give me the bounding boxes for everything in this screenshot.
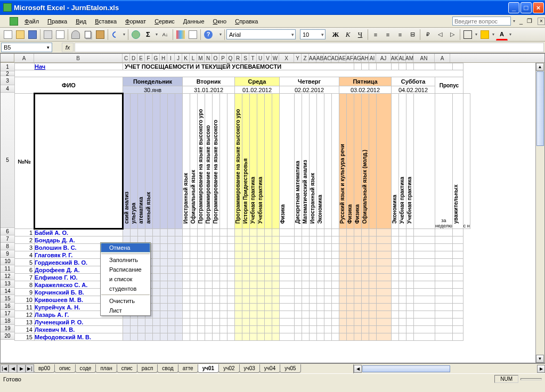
sheet-tab-уч01[interactable]: уч01 bbox=[198, 364, 219, 373]
col-header-T[interactable]: T bbox=[249, 54, 257, 62]
col-header-D[interactable]: D bbox=[130, 54, 137, 62]
sheet-tab-атте[interactable]: атте bbox=[178, 364, 198, 373]
row-header-11[interactable]: 11 bbox=[1, 265, 14, 273]
row-header-15[interactable]: 15 bbox=[1, 295, 14, 303]
sheet-tab-план[interactable]: план bbox=[95, 364, 117, 373]
undo-button[interactable] bbox=[110, 29, 121, 40]
col-header-AJ[interactable]: AJ bbox=[376, 54, 391, 62]
col-header-AA[interactable]: AA bbox=[309, 54, 316, 62]
cells-area[interactable]: НачУЧЕТ ПОСЕЩАЕМОСТИ И ТЕКУЩЕЙ УСПЕВАЕМО… bbox=[14, 63, 470, 341]
col-header-S[interactable]: S bbox=[242, 54, 249, 62]
row-header-20[interactable]: 20 bbox=[1, 332, 14, 340]
sheet-tab-свод[interactable]: свод bbox=[157, 364, 178, 373]
new-button[interactable] bbox=[2, 29, 14, 40]
select-all-corner[interactable] bbox=[1, 54, 14, 62]
col-header-M[interactable]: M bbox=[197, 54, 205, 62]
sheet-tab-уч02[interactable]: уч02 bbox=[218, 364, 239, 373]
formula-input[interactable] bbox=[75, 43, 544, 52]
row-header-2[interactable]: 2 bbox=[1, 71, 14, 76]
help-search-input[interactable] bbox=[452, 17, 511, 26]
row-header-3[interactable]: 3 bbox=[1, 76, 14, 85]
col-header-R[interactable]: R bbox=[234, 54, 242, 62]
scroll-thumb[interactable] bbox=[536, 71, 544, 146]
vertical-scrollbar[interactable]: ▲ ▼ bbox=[535, 63, 544, 363]
col-header-P[interactable]: P bbox=[219, 54, 227, 62]
ctx-sheet[interactable]: Лист bbox=[101, 306, 150, 315]
row-header-9[interactable]: 9 bbox=[1, 250, 14, 258]
col-header-Y[interactable]: Y bbox=[294, 54, 302, 62]
borders-button[interactable] bbox=[462, 29, 474, 40]
col-header-H[interactable]: H bbox=[160, 54, 167, 62]
col-header-I[interactable]: I bbox=[167, 54, 175, 62]
col-header-O[interactable]: O bbox=[212, 54, 219, 62]
student-row[interactable]: Мефодовский М. В. bbox=[35, 333, 123, 341]
row-header-17[interactable]: 17 bbox=[1, 310, 14, 317]
menu-edit[interactable]: Правка bbox=[43, 17, 71, 26]
row-header-10[interactable]: 10 bbox=[1, 258, 14, 265]
sheet-tab-уч03[interactable]: уч03 bbox=[239, 364, 260, 373]
col-header-AG[interactable]: AG bbox=[354, 54, 361, 62]
menu-window[interactable]: Окно bbox=[209, 17, 231, 26]
col-header-AN[interactable]: AN bbox=[413, 54, 435, 62]
font-color-button[interactable]: А bbox=[496, 29, 508, 40]
bold-button[interactable]: Ж bbox=[330, 29, 341, 40]
ctx-cancel[interactable]: Отмена bbox=[101, 243, 150, 252]
cut-button[interactable] bbox=[70, 29, 82, 40]
col-header-A[interactable]: A bbox=[14, 54, 34, 62]
sheet-tab-соде[interactable]: соде bbox=[75, 364, 96, 373]
align-left-button[interactable]: ≡ bbox=[370, 29, 381, 40]
student-row[interactable]: Ляхевич М. В. bbox=[35, 326, 123, 333]
underline-button[interactable]: Ч bbox=[354, 29, 366, 40]
tab-first-button[interactable]: |◀ bbox=[0, 364, 9, 373]
menu-view[interactable]: Вид bbox=[71, 17, 91, 26]
column-headers[interactable]: ABCDEFGHIJKLMNOPQRSTUVWXYZAAABACADAEAFAG… bbox=[1, 54, 544, 63]
preview-button[interactable] bbox=[54, 29, 66, 40]
menu-data[interactable]: Данные bbox=[179, 17, 209, 26]
hyperlink-button[interactable] bbox=[130, 29, 142, 40]
print-button[interactable] bbox=[42, 29, 54, 40]
row-header-5[interactable]: 5 bbox=[1, 93, 14, 228]
col-header-F[interactable]: F bbox=[145, 54, 152, 62]
sort-button[interactable]: A↓ bbox=[159, 29, 171, 40]
ctx-schedule[interactable]: Расписание bbox=[101, 265, 150, 274]
sheet-tab-расп[interactable]: расп bbox=[137, 364, 158, 373]
scroll-right-button[interactable]: ▶ bbox=[537, 365, 545, 373]
ctx-clear[interactable]: Очистить bbox=[101, 296, 150, 306]
row-header-18[interactable]: 18 bbox=[1, 317, 14, 325]
fill-color-button[interactable] bbox=[479, 29, 491, 40]
col-header-AM[interactable]: AM bbox=[406, 54, 413, 62]
menu-help[interactable]: Справка bbox=[231, 17, 262, 26]
col-header-AD[interactable]: AD bbox=[331, 54, 339, 62]
sheet-tab-спис[interactable]: спис bbox=[117, 364, 137, 373]
align-right-button[interactable]: ≡ bbox=[394, 29, 406, 40]
undo-dropdown[interactable]: ▾ bbox=[122, 32, 126, 37]
row-header-6[interactable]: 6 bbox=[1, 228, 14, 235]
row-header-19[interactable]: 19 bbox=[1, 325, 14, 332]
student-row[interactable]: Лученецкий Р. О. bbox=[35, 318, 123, 326]
col-header-K[interactable]: K bbox=[182, 54, 190, 62]
align-center-button[interactable]: ≡ bbox=[382, 29, 394, 40]
col-header-A[interactable]: A bbox=[435, 54, 450, 62]
row-header-4[interactable]: 4 bbox=[1, 85, 14, 93]
row-header-1[interactable]: 1 bbox=[1, 63, 14, 71]
zoom-button[interactable] bbox=[187, 29, 199, 40]
spreadsheet-grid[interactable]: ABCDEFGHIJKLMNOPQRSTUVWXYZAAABACADAEAFAG… bbox=[0, 53, 545, 363]
col-header-AK[interactable]: AK bbox=[391, 54, 398, 62]
tab-prev-button[interactable]: ◀ bbox=[9, 364, 17, 373]
nach-link[interactable]: Нач bbox=[35, 63, 45, 70]
sheet-tab-вр00[interactable]: вр00 bbox=[34, 364, 55, 373]
sum-button[interactable]: Σ bbox=[142, 29, 154, 40]
currency-button[interactable]: ₽ bbox=[422, 29, 434, 40]
merge-button[interactable]: ⊟ bbox=[406, 29, 418, 40]
row-header-12[interactable]: 12 bbox=[1, 273, 14, 280]
col-header-N[interactable]: N bbox=[205, 54, 212, 62]
col-header-AH[interactable]: AH bbox=[361, 54, 369, 62]
row-header-16[interactable]: 16 bbox=[1, 303, 14, 310]
col-header-X[interactable]: X bbox=[279, 54, 294, 62]
menu-insert[interactable]: Вставка bbox=[91, 17, 121, 26]
doc-close-button[interactable]: × bbox=[538, 18, 545, 25]
font-size-combo[interactable]: 10 bbox=[300, 29, 326, 39]
menu-format[interactable]: Формат bbox=[121, 17, 150, 26]
name-box[interactable]: B5▾ bbox=[1, 43, 52, 52]
indent-dec-button[interactable]: ◁ bbox=[434, 29, 446, 40]
